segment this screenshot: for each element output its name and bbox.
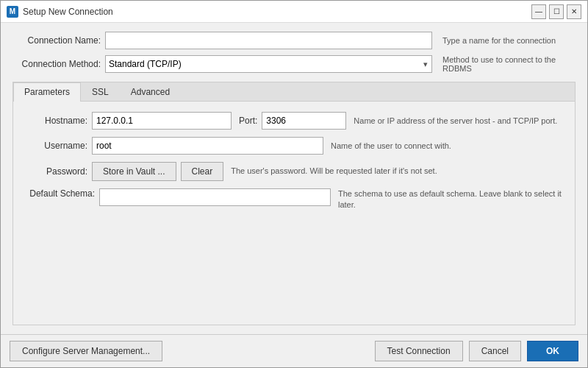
test-connection-button[interactable]: Test Connection [375, 341, 463, 361]
connection-method-row: Connection Method: Standard (TCP/IP) Sta… [12, 55, 576, 73]
hostname-hint: Name or IP address of the server host - … [354, 116, 563, 125]
schema-row: Default Schema: The schema to use as def… [25, 188, 563, 211]
password-row: Password: Store in Vault ... Clear The u… [25, 162, 563, 181]
password-label: Password: [25, 166, 87, 177]
tab-parameters[interactable]: Parameters [13, 82, 81, 102]
username-hint: Name of the user to connect with. [331, 141, 563, 150]
hostname-row: Hostname: Port: Name or IP address of th… [25, 112, 563, 130]
close-button[interactable]: ✕ [567, 4, 581, 19]
parameters-tab-content: Hostname: Port: Name or IP address of th… [13, 102, 575, 325]
footer-left: Configure Server Management... [10, 341, 375, 361]
schema-hint: The schema to use as default schema. Lea… [338, 188, 563, 211]
configure-server-button[interactable]: Configure Server Management... [10, 341, 162, 361]
connection-name-hint: Type a name for the connection [442, 36, 576, 45]
main-window: M Setup New Connection — ☐ ✕ Connection … [0, 0, 588, 368]
tabs-container: Parameters SSL Advanced Hostname: Port: … [12, 82, 576, 325]
connection-name-label: Connection Name: [12, 35, 101, 46]
maximize-button[interactable]: ☐ [549, 4, 564, 19]
footer: Configure Server Management... Test Conn… [1, 334, 587, 367]
connection-method-label: Connection Method: [12, 59, 101, 69]
schema-label: Default Schema: [25, 188, 95, 199]
username-label: Username: [25, 141, 87, 151]
main-content: Connection Name: Type a name for the con… [1, 23, 587, 334]
connection-name-row: Connection Name: Type a name for the con… [12, 32, 576, 49]
footer-right: Test Connection Cancel OK [375, 341, 578, 361]
tab-ssl[interactable]: SSL [81, 82, 120, 101]
password-hint: The user's password. Will be requested l… [231, 166, 563, 177]
username-row: Username: Name of the user to connect wi… [25, 137, 563, 155]
port-input[interactable] [262, 112, 346, 130]
cancel-button[interactable]: Cancel [469, 341, 521, 361]
hostname-input[interactable] [92, 112, 232, 130]
title-bar: M Setup New Connection — ☐ ✕ [1, 1, 587, 23]
app-icon: M [7, 6, 18, 18]
window-controls: — ☐ ✕ [531, 4, 581, 19]
schema-input[interactable] [99, 188, 331, 206]
connection-method-select[interactable]: Standard (TCP/IP) Standard (TCP/IP) with… [105, 55, 432, 73]
connection-method-wrapper: Standard (TCP/IP) Standard (TCP/IP) with… [105, 55, 432, 73]
hostname-label: Hostname: [25, 116, 87, 126]
connection-name-input[interactable] [105, 32, 432, 49]
connection-method-hint: Method to use to connect to the RDBMS [442, 55, 576, 73]
window-title: Setup New Connection [23, 7, 531, 17]
clear-button[interactable]: Clear [181, 162, 224, 181]
ok-button[interactable]: OK [527, 341, 578, 361]
tab-bar: Parameters SSL Advanced [13, 82, 575, 102]
username-input[interactable] [92, 137, 323, 155]
minimize-button[interactable]: — [531, 4, 546, 19]
password-buttons: Store in Vault ... Clear [92, 162, 223, 181]
tab-advanced[interactable]: Advanced [120, 82, 181, 101]
store-in-vault-button[interactable]: Store in Vault ... [92, 162, 176, 181]
port-label: Port: [239, 116, 257, 126]
